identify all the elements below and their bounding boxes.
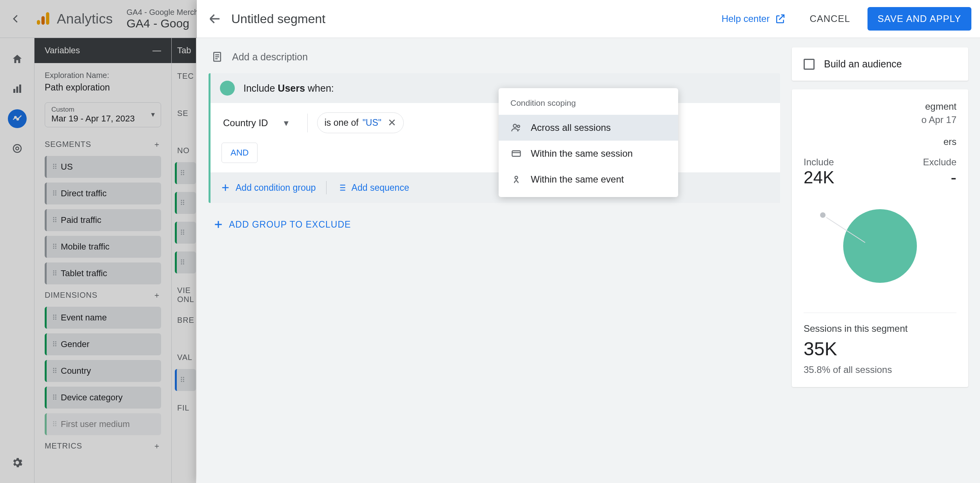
summary-card: egment o Apr 17 ers Include 24K Exclude …: [792, 89, 968, 387]
svg-point-28: [515, 176, 518, 179]
node-slot: ⠿: [175, 251, 196, 273]
drag-handle-icon: ⠿: [52, 396, 56, 399]
condition-group-header: Include Users when:: [211, 73, 780, 103]
scope-option-across-sessions[interactable]: Across all sessions: [499, 115, 678, 141]
segment-chip: ⠿Mobile traffic: [45, 236, 161, 258]
explore-icon: [8, 109, 27, 128]
session-icon: [510, 148, 522, 159]
svg-rect-3: [13, 89, 15, 93]
tab-header: Tab: [172, 38, 196, 63]
condition-group: Include Users when: Country ID ▾ is one …: [209, 73, 780, 203]
advertising-icon: [8, 139, 27, 158]
exploration-name: Path exploration: [45, 82, 161, 93]
venn-chart: [804, 195, 956, 297]
dimension-chip: ⠿Device category: [45, 387, 161, 409]
product-name: Analytics: [57, 11, 113, 27]
dimensions-section-header: DIMENSIONS ＋: [45, 290, 161, 300]
analytics-logo-icon: [33, 9, 52, 28]
add-icon: ＋: [153, 139, 161, 150]
breadcrumb: GA4 - Google Merch S GA4 - Goog: [127, 8, 206, 30]
svg-point-6: [15, 116, 16, 118]
and-button[interactable]: AND: [221, 143, 258, 163]
summary-column: Build an audience egment o Apr 17 ers In…: [792, 47, 968, 474]
drag-handle-icon: ⠿: [52, 272, 56, 275]
drag-handle-icon: ⠿: [52, 166, 56, 168]
cancel-button[interactable]: CANCEL: [809, 13, 850, 24]
node-slot: ⠿: [175, 222, 196, 244]
svg-point-9: [13, 145, 21, 152]
description-row[interactable]: Add a description: [209, 47, 780, 73]
include-label: Include: [804, 157, 834, 168]
segments-section-header: SEGMENTS ＋: [45, 139, 161, 150]
add-icon: ＋: [153, 441, 161, 451]
drag-handle-icon: ⠿: [52, 343, 56, 346]
reports-icon: [8, 80, 27, 98]
svg-point-24: [513, 124, 516, 127]
svg-rect-1: [42, 16, 45, 25]
drag-handle-icon: ⠿: [52, 317, 56, 319]
sessions-value: 35K: [804, 338, 956, 360]
popover-title: Condition scoping: [499, 96, 678, 115]
filter-chip[interactable]: is one of "US" ✕: [317, 112, 404, 133]
dimension-selector[interactable]: Country ID ▾: [221, 114, 308, 132]
svg-point-7: [16, 118, 18, 120]
venn-include-circle: [843, 209, 917, 283]
save-and-apply-button[interactable]: SAVE AND APPLY: [867, 7, 971, 31]
build-audience-card[interactable]: Build an audience: [792, 47, 968, 81]
segment-editor-modal: Untitled segment Help center CANCEL SAVE…: [197, 0, 980, 483]
svg-point-8: [16, 147, 19, 150]
drag-handle-icon: ⠿: [52, 219, 56, 221]
segment-builder: Add a description Include Users when: Co…: [209, 47, 780, 474]
dimension-chip: ⠿First user medium: [45, 413, 161, 435]
node-slot: ⠿: [175, 162, 196, 184]
drag-handle-icon: ⠿: [52, 246, 56, 248]
condition-scoping-popover: Condition scoping Across all sessions Wi…: [499, 88, 678, 197]
drag-handle-icon: ⠿: [52, 192, 56, 195]
event-icon: [510, 174, 522, 185]
venn-total-dot: [820, 212, 826, 218]
remove-filter-icon[interactable]: ✕: [385, 117, 396, 129]
node-slot: ⠿: [175, 192, 196, 214]
exclude-label: Exclude: [923, 157, 956, 168]
settings-icon: [8, 453, 27, 472]
drag-handle-icon: ⠿: [52, 370, 56, 372]
include-value: 24K: [804, 168, 834, 187]
condition-row: Country ID ▾ is one of "US" ✕: [221, 112, 769, 133]
segment-chip: ⠿Paid traffic: [45, 209, 161, 231]
modal-back-button[interactable]: [205, 9, 224, 28]
metrics-section-header: METRICS ＋: [45, 441, 161, 451]
dimension-chip: ⠿Gender: [45, 333, 161, 355]
svg-rect-0: [37, 20, 40, 25]
sessions-label: Sessions in this segment: [804, 323, 956, 334]
description-icon: [210, 50, 224, 64]
people-icon: [510, 122, 522, 134]
scope-option-same-session[interactable]: Within the same session: [499, 141, 678, 166]
home-icon: [8, 50, 27, 69]
add-exclude-group-button[interactable]: ADD GROUP TO EXCLUDE: [209, 203, 780, 246]
value-slot: ⠿: [175, 369, 196, 391]
tab-settings-panel: Tab TEC SE NO ⠿ ⠿ ⠿ ⠿ VIE ONL BRE VAL ⠿ …: [172, 38, 196, 483]
svg-rect-4: [16, 87, 18, 93]
segment-title[interactable]: Untitled segment: [231, 12, 325, 26]
exploration-name-label: Exploration Name:: [45, 71, 161, 80]
build-audience-checkbox[interactable]: [804, 59, 815, 70]
svg-rect-26: [512, 151, 521, 156]
dimension-chip: ⠿Event name: [45, 307, 161, 329]
exclude-value: -: [923, 168, 956, 187]
add-sequence-button[interactable]: Add sequence: [337, 183, 409, 193]
description-placeholder: Add a description: [232, 51, 308, 63]
left-nav-rail: [0, 38, 34, 483]
dropdown-arrow-icon: ▼: [150, 111, 156, 118]
svg-rect-2: [46, 12, 49, 25]
dimension-chip: ⠿Country: [45, 360, 161, 382]
minimize-icon: —: [152, 45, 161, 56]
svg-point-25: [517, 125, 520, 128]
add-actions-row: Add condition group Add sequence: [211, 172, 780, 203]
add-condition-group-button[interactable]: Add condition group: [220, 182, 316, 193]
variables-header: Variables —: [34, 38, 171, 63]
help-center-link[interactable]: Help center: [722, 13, 786, 25]
sessions-percent: 35.8% of all sessions: [804, 364, 956, 375]
segment-chip: ⠿Direct traffic: [45, 183, 161, 204]
build-audience-label: Build an audience: [824, 58, 902, 70]
scope-option-same-event[interactable]: Within the same event: [499, 166, 678, 192]
